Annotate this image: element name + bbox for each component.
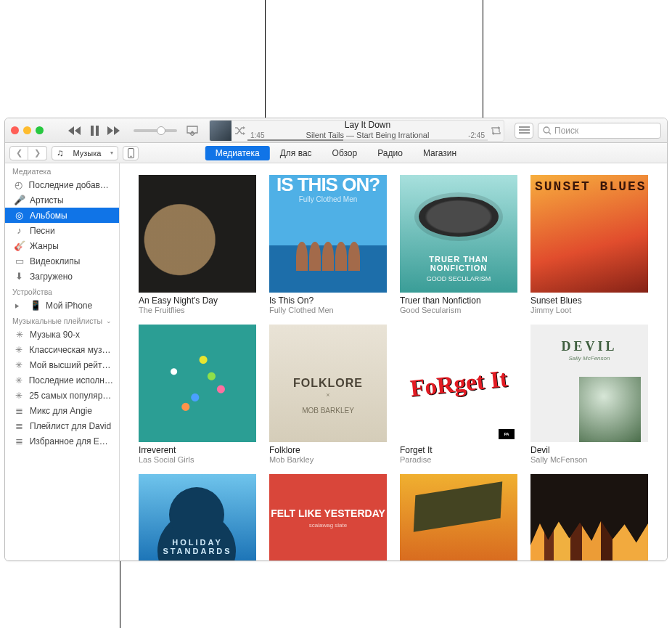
media-picker-label: Музыка bbox=[73, 149, 101, 158]
guitar-icon: 🎸 bbox=[14, 240, 25, 251]
album-artwork[interactable] bbox=[400, 474, 517, 560]
search-icon bbox=[543, 126, 552, 135]
phone-icon: 📱 bbox=[30, 300, 41, 311]
shuffle-icon[interactable] bbox=[231, 121, 247, 141]
sidebar: Медиатека ◴Последние добавлен... 🎤Артист… bbox=[5, 163, 120, 560]
album-title: Forget It bbox=[400, 445, 517, 455]
sidebar-item-songs[interactable]: ♪Песни bbox=[5, 223, 119, 238]
clock-icon: ◴ bbox=[14, 179, 24, 190]
album-item[interactable]: DEVILSally McFenson Devil Sally McFenson bbox=[530, 325, 648, 464]
album-item[interactable]: the fruitfliesan easynight'sday An Easy … bbox=[139, 175, 256, 314]
media-picker[interactable]: ♫ Музыка ▾ bbox=[52, 146, 118, 160]
sidebar-item-iphone[interactable]: ▸📱Мой iPhone bbox=[5, 298, 119, 313]
album-artwork[interactable]: HOLIDAY STANDARDS bbox=[139, 474, 256, 560]
tab-browse[interactable]: Обзор bbox=[322, 146, 368, 160]
album-item[interactable]: HOLIDAY STANDARDS bbox=[139, 474, 256, 560]
annotation-line bbox=[483, 0, 483, 127]
pause-button[interactable] bbox=[90, 126, 99, 136]
album-artist: Sally McFenson bbox=[530, 455, 648, 464]
up-next-button[interactable] bbox=[515, 123, 533, 139]
album-artwork[interactable]: TRUER THAN NONFICTIONGOOD SECULARISM bbox=[400, 175, 517, 293]
sidebar-item-videos[interactable]: ▭Видеоклипы bbox=[5, 253, 119, 269]
sidebar-playlist-david[interactable]: ≣Плейлист для David bbox=[5, 418, 119, 433]
mic-icon: 🎤 bbox=[14, 195, 25, 205]
album-artwork[interactable]: FoRget ItPA bbox=[400, 325, 517, 442]
progress-bar[interactable] bbox=[247, 139, 488, 141]
now-playing-title: Lay It Down bbox=[247, 121, 488, 131]
search-field[interactable]: Поиск bbox=[538, 123, 661, 139]
album-artwork[interactable] bbox=[530, 474, 648, 560]
sidebar-playlist-top25[interactable]: ✳25 самых популярных bbox=[5, 388, 119, 403]
album-item[interactable] bbox=[530, 474, 648, 560]
disclosure-triangle-icon[interactable]: ▸ bbox=[15, 300, 24, 311]
zoom-window-button[interactable] bbox=[36, 126, 44, 134]
tab-library[interactable]: Медиатека bbox=[205, 146, 270, 160]
album-title: Irreverent bbox=[139, 445, 256, 455]
album-artwork[interactable]: FOLKLORE×MOB BARKLEY bbox=[269, 325, 387, 442]
album-artwork[interactable]: SUNSET BLUES bbox=[530, 175, 648, 293]
sidebar-item-albums[interactable]: ◎Альбомы bbox=[5, 208, 119, 223]
tab-store[interactable]: Магазин bbox=[413, 146, 467, 160]
forward-button[interactable]: ❯ bbox=[28, 146, 47, 160]
sidebar-playlist-90s[interactable]: ✳Музыка 90-х bbox=[5, 327, 119, 342]
album-title: Sunset Blues bbox=[530, 295, 648, 306]
album-artist: Paradise bbox=[400, 455, 517, 464]
album-item[interactable]: TRUER THAN NONFICTIONGOOD SECULARISM Tru… bbox=[400, 175, 517, 314]
chevron-down-icon: ⌄ bbox=[106, 317, 112, 325]
album-artist: Fully Clothed Men bbox=[269, 306, 387, 314]
video-icon: ▭ bbox=[14, 256, 25, 266]
album-title: Devil bbox=[530, 445, 648, 455]
airplay-button[interactable] bbox=[186, 126, 199, 136]
sidebar-heading-library: Медиатека bbox=[5, 163, 119, 177]
album-artist: Mob Barkley bbox=[269, 455, 387, 464]
tab-for-you[interactable]: Для вас bbox=[270, 146, 322, 160]
sidebar-item-downloaded[interactable]: ⬇Загружено bbox=[5, 269, 119, 284]
album-item[interactable]: FoRget ItPA Forget It Paradise bbox=[400, 325, 517, 464]
repeat-icon[interactable] bbox=[488, 121, 504, 141]
album-item[interactable]: FELT LIKE YESTERDAYscalawag slate bbox=[269, 474, 387, 560]
sidebar-item-genres[interactable]: 🎸Жанры bbox=[5, 238, 119, 253]
sidebar-playlist-recent-played[interactable]: ✳Последние исполнен... bbox=[5, 372, 119, 388]
volume-slider[interactable] bbox=[134, 129, 177, 132]
tab-radio[interactable]: Радио bbox=[367, 146, 413, 160]
now-playing-display: Lay It Down Silent Tails — Start Being I… bbox=[209, 120, 504, 142]
sidebar-playlist-classical[interactable]: ✳Классическая музыка bbox=[5, 342, 119, 357]
album-item[interactable]: IRREVERANTLAS SOCIAL GIRLS Irreverent La… bbox=[139, 325, 256, 464]
minimize-window-button[interactable] bbox=[23, 126, 31, 134]
album-item[interactable] bbox=[400, 474, 517, 560]
list-icon: ≣ bbox=[14, 405, 25, 416]
sidebar-item-artists[interactable]: 🎤Артисты bbox=[5, 192, 119, 208]
album-artwork[interactable]: IRREVERANTLAS SOCIAL GIRLS bbox=[139, 325, 256, 442]
sidebar-item-recent[interactable]: ◴Последние добавлен... bbox=[5, 177, 119, 192]
next-track-button[interactable] bbox=[107, 126, 120, 135]
note-icon: ♪ bbox=[14, 225, 25, 236]
download-icon: ⬇ bbox=[14, 271, 25, 282]
titlebar: Lay It Down Silent Tails — Start Being I… bbox=[5, 118, 667, 143]
previous-track-button[interactable] bbox=[68, 126, 81, 135]
album-item[interactable]: SUNSET BLUES Sunset Blues Jimmy Loot bbox=[530, 175, 648, 314]
close-window-button[interactable] bbox=[11, 126, 19, 134]
album-artist: The Fruitflies bbox=[139, 306, 256, 314]
album-artwork[interactable]: FELT LIKE YESTERDAYscalawag slate bbox=[269, 474, 387, 560]
album-artwork[interactable]: IS THIS ON?Fully Clothed Men bbox=[269, 175, 387, 293]
sidebar-playlist-angie[interactable]: ≣Микс для Angie bbox=[5, 403, 119, 418]
annotation-line bbox=[265, 0, 266, 118]
sidebar-playlist-emily[interactable]: ≣Избранное для Emily bbox=[5, 433, 119, 449]
back-button[interactable]: ❮ bbox=[9, 146, 28, 160]
album-item[interactable]: FOLKLORE×MOB BARKLEY Folklore Mob Barkle… bbox=[269, 325, 387, 464]
now-playing-artwork[interactable] bbox=[210, 121, 231, 141]
sidebar-heading-playlists[interactable]: Музыкальные плейлисты⌄ bbox=[5, 313, 119, 327]
album-artist: Jimmy Loot bbox=[530, 306, 648, 314]
chevron-updown-icon: ▾ bbox=[110, 150, 113, 156]
album-item[interactable]: IS THIS ON?Fully Clothed Men Is This On?… bbox=[269, 175, 387, 314]
nav-row: ❮ ❯ ♫ Музыка ▾ Медиатека Для вас Обзор Р… bbox=[5, 143, 667, 163]
device-button[interactable] bbox=[123, 146, 139, 160]
album-title: Is This On? bbox=[269, 295, 387, 306]
parental-advisory-icon: PA bbox=[499, 429, 515, 439]
gear-icon: ✳ bbox=[14, 375, 24, 386]
nav-tabs: Медиатека Для вас Обзор Радио Магазин bbox=[205, 146, 467, 160]
album-artwork[interactable]: the fruitfliesan easynight'sday bbox=[139, 175, 256, 293]
sidebar-playlist-top-rated[interactable]: ✳Мой высший рейтинг bbox=[5, 357, 119, 372]
album-title: Truer than Nonfiction bbox=[400, 295, 517, 306]
album-artwork[interactable]: DEVILSally McFenson bbox=[530, 325, 648, 442]
